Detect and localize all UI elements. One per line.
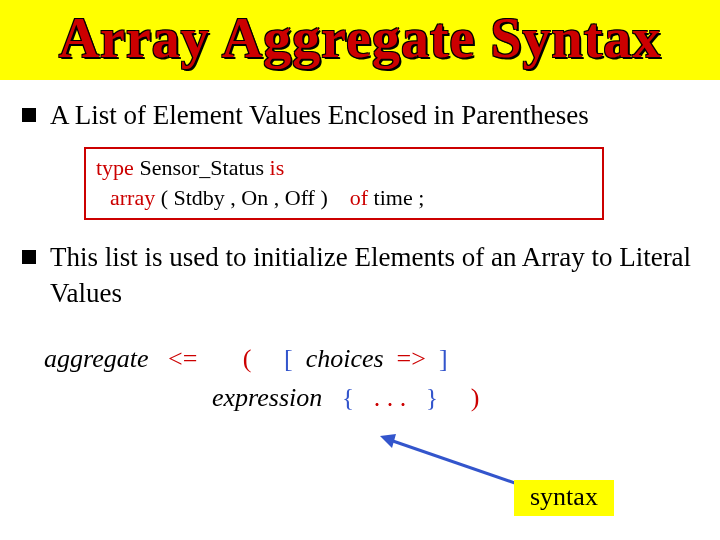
- keyword-of: of: [350, 185, 368, 210]
- bullet-item: This list is used to initialize Elements…: [22, 240, 698, 310]
- title-banner: Array Aggregate Syntax: [0, 0, 720, 80]
- grammar-lhs: aggregate: [44, 344, 148, 373]
- grammar-choices: choices: [306, 344, 384, 373]
- keyword-type: type: [96, 155, 134, 180]
- grammar-rparen: ): [471, 383, 480, 412]
- keyword-is: is: [270, 155, 285, 180]
- code-enum-part: ( Stdby , On , Off ): [155, 185, 333, 210]
- grammar-arrow: =>: [397, 344, 426, 373]
- keyword-array: array: [110, 185, 155, 210]
- grammar-expression: expression: [212, 383, 322, 412]
- svg-marker-1: [380, 434, 396, 448]
- grammar-lparen: (: [243, 344, 252, 373]
- square-bullet-icon: [22, 108, 36, 122]
- grammar-dots: . . .: [374, 383, 407, 412]
- content-area: A List of Element Values Enclosed in Par…: [0, 80, 720, 417]
- grammar-produces: <=: [168, 344, 197, 373]
- grammar-rbrace: }: [426, 383, 438, 412]
- page-title: Array Aggregate Syntax: [0, 6, 720, 70]
- syntax-label: syntax: [514, 480, 614, 516]
- square-bullet-icon: [22, 250, 36, 264]
- code-type-name: Sensor_Status: [134, 155, 270, 180]
- grammar-lbrace: {: [342, 383, 354, 412]
- grammar-rbracket: ]: [439, 344, 448, 373]
- grammar-lbracket: [: [284, 344, 293, 373]
- bullet-text: A List of Element Values Enclosed in Par…: [50, 98, 589, 133]
- grammar-block: aggregate <= ( [ choices => ] expression…: [44, 339, 698, 417]
- bullet-item: A List of Element Values Enclosed in Par…: [22, 98, 698, 133]
- bullet-text: This list is used to initialize Elements…: [50, 240, 698, 310]
- code-of-part: time ;: [368, 185, 424, 210]
- code-example-box: type Sensor_Status is array ( Stdby , On…: [84, 147, 604, 220]
